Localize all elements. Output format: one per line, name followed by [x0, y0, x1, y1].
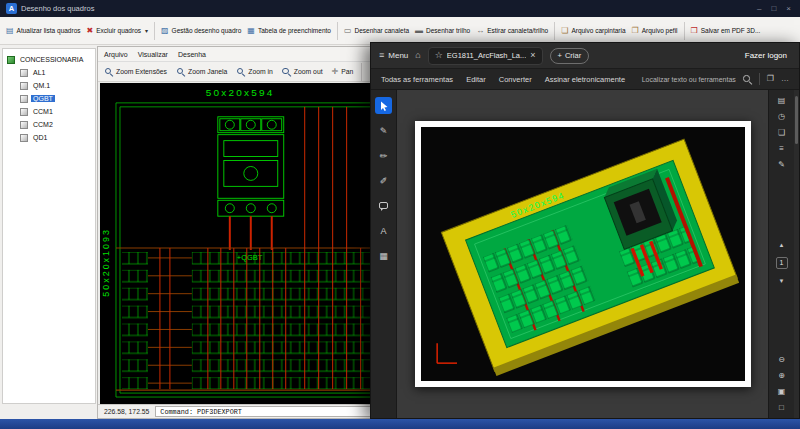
zoom-in-icon[interactable]: ⊕: [778, 372, 785, 380]
pages-icon[interactable]: ❐: [767, 75, 774, 83]
close-tab-icon[interactable]: ×: [530, 51, 535, 60]
stamp-tool[interactable]: ▦: [375, 247, 392, 264]
edit-panel-icon[interactable]: ✎: [778, 161, 785, 169]
scrollbar-thumb[interactable]: [795, 96, 798, 144]
rail-icon: ▬: [415, 27, 423, 35]
window-controls: – □ ×: [757, 4, 794, 13]
more-options-icon[interactable]: …: [781, 75, 789, 83]
draw-duct-button[interactable]: ▭ Desenhar canaleta: [341, 24, 412, 38]
zoom-in-button[interactable]: Zoom in: [232, 65, 277, 78]
button-label: Desenhar trilho: [426, 27, 470, 34]
toolbar-separator: [361, 63, 362, 81]
chevron-down-icon[interactable]: ▾: [145, 27, 148, 34]
duct-icon: ▭: [344, 27, 352, 35]
save-pdf3d-button[interactable]: ❒ Salvar em PDF 3D...: [688, 24, 764, 38]
highlight-tool[interactable]: ✐: [375, 172, 392, 189]
acrobat-menu-button[interactable]: ≡ Menu: [379, 51, 408, 60]
pdf3d-icon: ❒: [691, 27, 698, 35]
page-thumbnails-icon[interactable]: ▤: [778, 97, 786, 105]
button-label: Arquivo pefil: [642, 27, 678, 34]
button-label: Zoom Extensões: [116, 68, 167, 75]
page-number-box[interactable]: 1: [776, 257, 788, 269]
pdf-3d-viewport[interactable]: 50x20x594: [421, 127, 745, 381]
button-label: Estirar canaleta/trilho: [487, 27, 548, 34]
tab-title: EG1811_ArcFlash_La...: [447, 51, 527, 60]
zoom-window-button[interactable]: Zoom Janela: [172, 65, 231, 78]
menu-visualizar[interactable]: Visualizar: [138, 51, 168, 58]
plus-icon: +: [558, 51, 562, 60]
frame-icon: [20, 82, 28, 90]
button-label: Zoom out: [294, 68, 323, 75]
zoom-out-icon[interactable]: ⊖: [778, 356, 785, 364]
pan-button[interactable]: ✛ Pan: [328, 66, 358, 78]
button-label: Tabela de preenchimento: [258, 27, 331, 34]
menu-arquivo[interactable]: Arquivo: [104, 51, 128, 58]
carpentry-file-button[interactable]: ❏ Arquivo carpintaria: [558, 24, 628, 38]
tree-item-ccm1[interactable]: CCM1: [7, 105, 95, 118]
breaker-studs: [230, 216, 272, 250]
tree-item-ccm2[interactable]: CCM2: [7, 118, 95, 131]
pdf-3d-render: 50x20x594: [421, 127, 745, 381]
acrobat-window: ≡ Menu ⌂ ☆ EG1811_ArcFlash_La... × + Cri…: [370, 42, 800, 419]
left-tool-rail: ✎ ✏ ✐ A ▦: [371, 90, 397, 418]
select-tool-button[interactable]: [375, 97, 392, 114]
stretch-duct-rail-button[interactable]: ↔ Estirar canaleta/trilho: [473, 24, 551, 38]
pdf-scrollbar[interactable]: [794, 90, 799, 418]
home-icon[interactable]: ⌂: [415, 51, 420, 60]
width-dimension-label: 50x20x594: [206, 87, 275, 98]
tree-item-qd1[interactable]: QD1: [7, 131, 95, 144]
minimize-icon[interactable]: –: [757, 4, 761, 13]
sign-pen-tool[interactable]: ✎: [375, 122, 392, 139]
tab-esign[interactable]: Assinar eletronicamente: [545, 75, 625, 84]
tree-item-qgbt[interactable]: QGBT: [7, 92, 95, 105]
zoom-extents-icon: [104, 67, 113, 76]
search-icon[interactable]: [743, 75, 752, 84]
delete-frames-button[interactable]: ✖ Excluir quadros ▾: [84, 24, 152, 38]
fullscreen-icon[interactable]: □: [779, 404, 784, 412]
tree-item-al1[interactable]: AL1: [7, 66, 95, 79]
create-button[interactable]: + Criar: [550, 48, 590, 64]
draw-rail-button[interactable]: ▬ Desenhar trilho: [412, 24, 473, 38]
tab-edit[interactable]: Editar: [466, 75, 486, 84]
refresh-frames-button[interactable]: ▤ Atualizar lista quadros: [3, 24, 84, 38]
window-title: Desenho dos quadros: [21, 4, 94, 13]
maximize-icon[interactable]: □: [771, 4, 776, 13]
page-up-icon[interactable]: ▲: [779, 241, 785, 249]
document-tab[interactable]: ☆ EG1811_ArcFlash_La... ×: [428, 47, 543, 65]
tree-item-qm1[interactable]: QM.1: [7, 79, 95, 92]
manage-frame-drawing-button[interactable]: ▨ Gestão desenho quadro: [158, 24, 244, 38]
menu-desenha[interactable]: Desenha: [178, 51, 206, 58]
find-label[interactable]: Localizar texto ou ferramentas: [642, 76, 736, 83]
command-text: Command: PDF3DEXPORT: [160, 408, 242, 416]
left-terminal-column: [122, 252, 148, 389]
zoom-out-button[interactable]: Zoom out: [278, 65, 327, 78]
fit-page-icon[interactable]: ▣: [778, 388, 786, 396]
close-icon[interactable]: ×: [786, 4, 791, 13]
draw-tool[interactable]: ✏: [375, 147, 392, 164]
pen-icon: ✎: [380, 126, 388, 136]
sign-in-button[interactable]: Fazer logon: [741, 49, 791, 62]
toolbar-separator: [759, 73, 760, 85]
tree-root-concessionaria[interactable]: CONCESSIONARIA: [7, 53, 95, 66]
comment-tool[interactable]: [375, 197, 392, 214]
zoom-window-icon: [176, 67, 185, 76]
history-icon[interactable]: ◷: [778, 113, 785, 121]
toolbar-separator: [337, 22, 338, 40]
taskbar[interactable]: [0, 419, 800, 429]
frame-icon: [20, 121, 28, 129]
table-icon: ▦: [247, 27, 255, 35]
page-down-icon[interactable]: ▼: [779, 277, 785, 285]
attachments-icon[interactable]: ❏: [778, 129, 785, 137]
toolbar-separator: [684, 22, 685, 40]
pdf-content-area[interactable]: 50x20x594: [397, 90, 768, 418]
pdf-page[interactable]: 50x20x594: [415, 121, 751, 387]
tab-all-tools[interactable]: Todas as ferramentas: [381, 75, 453, 84]
zoom-extents-button[interactable]: Zoom Extensões: [100, 65, 171, 78]
layers-icon[interactable]: ≡: [779, 145, 784, 153]
zoom-in-icon: [236, 67, 245, 76]
tab-convert[interactable]: Converter: [499, 75, 532, 84]
fill-table-button[interactable]: ▦ Tabela de preenchimento: [244, 24, 334, 38]
profile-file-button[interactable]: ❐ Arquivo pefil: [629, 24, 681, 38]
add-text-tool[interactable]: A: [375, 222, 392, 239]
tree-label: CCM1: [31, 108, 55, 115]
